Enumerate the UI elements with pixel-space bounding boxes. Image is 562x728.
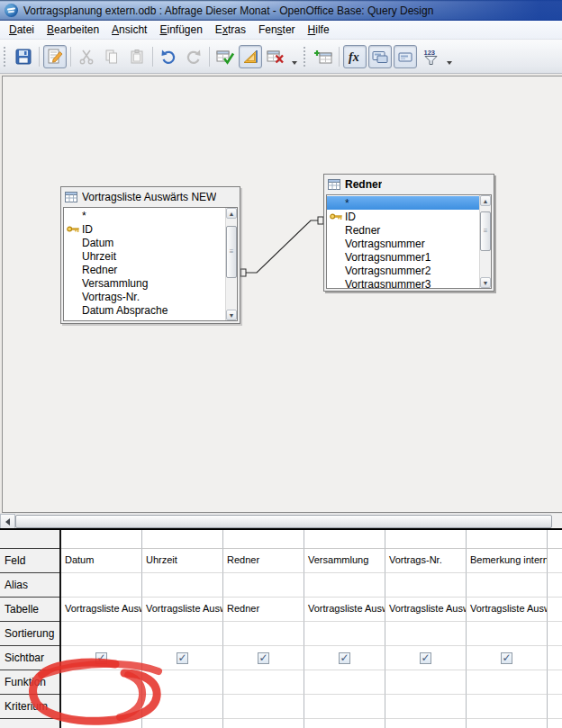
cell-tabelle[interactable]: Vortragsliste Auswärts NEW — [467, 598, 548, 622]
design-view-button[interactable] — [239, 45, 262, 68]
table-window-redner[interactable]: Redner *IDRednerVortragsnummerVortragsnu… — [323, 174, 494, 292]
cell-kriterium[interactable] — [142, 695, 223, 719]
cell-funktion[interactable] — [385, 670, 467, 695]
cell-feld[interactable]: Redner — [223, 549, 304, 573]
field-row[interactable]: ID — [64, 222, 225, 236]
grid-horizontal-scrollbar[interactable] — [0, 513, 562, 528]
cell-blank[interactable] — [304, 719, 385, 728]
table-window-header[interactable]: Redner — [324, 175, 494, 194]
cell-funktion[interactable] — [61, 670, 142, 695]
cell-funktion[interactable] — [223, 670, 304, 695]
scroll-up-icon[interactable]: ▲ — [226, 208, 237, 219]
table-name-button[interactable] — [368, 45, 392, 68]
toolbar-more-button[interactable] — [288, 45, 300, 68]
clear-query-button[interactable] — [264, 45, 287, 68]
table-window-vortragsliste[interactable]: Vortragsliste Auswärts NEW *IDDatumUhrze… — [60, 186, 240, 324]
field-row[interactable]: Vortragsnummer3 — [327, 277, 479, 289]
field-row[interactable]: Vortragsnummer1 — [327, 250, 479, 264]
cell-funktion[interactable] — [304, 670, 385, 695]
field-row[interactable]: Versammlung — [64, 276, 225, 290]
distinct-values-button[interactable]: 123 — [419, 45, 442, 68]
cell-tabelle[interactable]: Redner — [223, 598, 304, 622]
cell-sichtbar[interactable]: ✓ — [385, 646, 467, 670]
cell-sortierung[interactable] — [385, 622, 467, 646]
cell-sichtbar[interactable]: ✓ — [223, 646, 304, 670]
paste-button[interactable] — [125, 45, 149, 68]
add-table-button[interactable] — [312, 45, 335, 68]
cell-sortierung[interactable] — [142, 622, 223, 646]
cell-sortierung[interactable] — [467, 622, 548, 646]
visible-checkbox[interactable]: ✓ — [258, 652, 269, 664]
visible-checkbox[interactable]: ✓ — [177, 652, 188, 664]
field-row[interactable]: ID — [327, 210, 479, 223]
cell-feld[interactable]: Versammlung — [304, 549, 385, 573]
cell-feld[interactable]: Vortrags-Nr. — [385, 549, 467, 573]
save-button[interactable] — [12, 45, 35, 68]
cell-feld[interactable]: Datum — [61, 549, 142, 573]
scrollbar-thumb[interactable] — [15, 515, 552, 528]
field-row[interactable]: * — [327, 196, 479, 210]
cell-sortierung[interactable] — [548, 622, 562, 646]
grid-column-header[interactable] — [142, 530, 223, 549]
cell-tabelle[interactable] — [548, 598, 562, 622]
field-row[interactable]: Datum Absprache — [64, 303, 225, 317]
scrollbar-thumb[interactable]: ≡ — [226, 226, 237, 278]
cell-blank[interactable] — [142, 719, 223, 728]
visible-checkbox[interactable]: ✓ — [95, 652, 107, 664]
cell-tabelle[interactable]: Vortragsliste Auswärts NEW — [61, 598, 142, 622]
scroll-left-icon[interactable] — [0, 514, 15, 529]
field-row[interactable]: Redner — [64, 263, 225, 276]
cell-alias[interactable] — [385, 573, 467, 598]
cell-kriterium[interactable] — [548, 695, 562, 719]
cell-blank[interactable] — [223, 719, 304, 728]
visible-checkbox[interactable]: ✓ — [339, 652, 350, 664]
field-row[interactable]: Vortragsnummer — [327, 237, 479, 250]
grid-column-header[interactable] — [61, 530, 142, 549]
redo-button[interactable] — [182, 45, 205, 68]
table-window-header[interactable]: Vortragsliste Auswärts NEW — [61, 187, 240, 207]
visible-checkbox[interactable]: ✓ — [501, 652, 512, 664]
cell-kriterium[interactable] — [61, 695, 142, 719]
grid-column-header[interactable] — [385, 530, 467, 549]
cell-sortierung[interactable] — [223, 622, 304, 646]
toolbar-more-button[interactable] — [443, 45, 455, 68]
menu-ansicht[interactable]: Ansicht — [105, 21, 153, 39]
visible-checkbox[interactable]: ✓ — [420, 652, 431, 664]
cell-alias[interactable] — [548, 573, 562, 598]
menu-hilfe[interactable]: Hilfe — [302, 21, 336, 39]
run-query-button[interactable] — [213, 45, 237, 68]
grid-column-header[interactable] — [467, 530, 548, 549]
cell-blank[interactable] — [385, 719, 467, 728]
cell-alias[interactable] — [223, 573, 304, 598]
cell-kriterium[interactable] — [304, 695, 385, 719]
cell-sichtbar[interactable]: ✓ — [61, 646, 142, 670]
edit-data-button[interactable] — [43, 45, 67, 68]
cell-funktion[interactable] — [548, 670, 562, 695]
cell-blank[interactable] — [548, 719, 562, 728]
cell-sichtbar[interactable]: ✓ — [304, 646, 385, 670]
grid-column-header[interactable] — [304, 530, 385, 549]
cell-feld[interactable]: Bemerkung intern — [467, 549, 548, 573]
cell-alias[interactable] — [142, 573, 223, 598]
field-row[interactable]: Vortrags-Nr. — [64, 290, 225, 303]
cell-tabelle[interactable]: Vortragsliste Auswärts NEW — [142, 598, 223, 622]
cell-sortierung[interactable] — [61, 622, 142, 646]
field-row[interactable]: Vortragsnummer2 — [327, 264, 479, 277]
alias-button[interactable] — [394, 45, 417, 68]
toolbar-grip[interactable] — [4, 47, 8, 67]
cell-alias[interactable] — [467, 573, 548, 598]
cell-tabelle[interactable]: Vortragsliste Auswärts NEW — [304, 598, 385, 622]
cell-sichtbar[interactable] — [548, 646, 562, 670]
toolbar-grip[interactable] — [304, 47, 308, 67]
scrollbar-thumb[interactable]: ≡ — [480, 211, 491, 251]
grid-column-header[interactable] — [223, 530, 304, 549]
cut-button[interactable] — [75, 45, 98, 68]
field-list-scrollbar[interactable]: ▲ ≡ ▼ — [479, 195, 491, 288]
functions-button[interactable]: fx — [343, 45, 367, 68]
scroll-down-icon[interactable]: ▼ — [480, 277, 491, 288]
scroll-down-icon[interactable]: ▼ — [226, 310, 237, 320]
cell-kriterium[interactable] — [223, 695, 304, 719]
field-row[interactable]: Redner — [327, 223, 479, 237]
copy-button[interactable] — [100, 45, 123, 68]
cell-sortierung[interactable] — [304, 622, 385, 646]
